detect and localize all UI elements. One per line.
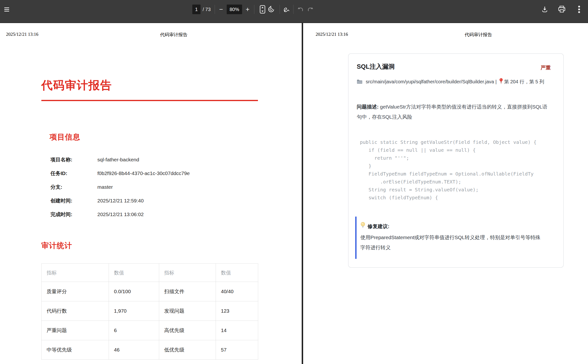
section-heading-project-info: 项目信息 — [49, 132, 80, 142]
audit-stats-table: 指标 数值 指标 数值 质量评分 0.0/100 扫描文件 40/40 代码行数… — [41, 263, 258, 360]
page-number-input[interactable] — [192, 5, 200, 14]
table-cell: 40/40 — [216, 282, 258, 301]
vulnerability-title: SQL注入漏洞 — [357, 62, 394, 71]
toolbar-divider — [280, 5, 280, 14]
fix-suggestion-block: 修复建议: 使用PreparedStatement或对字符串值进行SQL转义处理… — [355, 217, 548, 259]
menu-icon — [4, 7, 9, 12]
code-line: public static String getValueStr(Field f… — [360, 138, 561, 146]
page-header-title: 代码审计报告 — [465, 32, 492, 38]
table-cell: 1,970 — [109, 301, 159, 321]
info-row: 项目名称: sql-father-backend — [50, 153, 267, 166]
column-header: 指标 — [42, 264, 109, 282]
column-header: 数值 — [109, 264, 159, 282]
fit-page-icon — [259, 5, 266, 14]
table-header-row: 指标 数值 指标 数值 — [42, 264, 258, 282]
lightbulb-icon — [360, 222, 365, 231]
table-cell: 低优先级 — [159, 340, 216, 360]
page-header-date: 2025/12/21 13:16 — [316, 32, 348, 37]
table-cell: 质量评分 — [42, 282, 109, 301]
project-info-list: 项目名称: sql-father-backend 任务ID: f0b2f926-… — [50, 153, 267, 221]
issue-description: 问题描述: getValueStr方法对字符串类型的值没有进行适当的转义，直接拼… — [357, 102, 549, 122]
annotate-button[interactable] — [282, 5, 291, 14]
table-cell: 代码行数 — [42, 301, 109, 321]
section-heading-audit-stats: 审计统计 — [41, 240, 72, 251]
code-snippet: public static String getValueStr(Field f… — [360, 138, 561, 203]
table-cell: 123 — [216, 301, 258, 321]
code-line: String result = String.valueOf(value); — [360, 186, 561, 194]
report-title: 代码审计报告 — [41, 78, 112, 93]
table-cell: 46 — [109, 340, 159, 360]
info-value: master — [97, 184, 113, 190]
fit-page-button[interactable] — [258, 5, 267, 14]
code-line: FieldTypeEnum fieldTypeEnum = Optional.o… — [360, 170, 561, 178]
pin-icon — [497, 79, 504, 84]
column-header: 指标 — [159, 264, 216, 282]
info-row: 创建时间: 2025/12/21 12:59:40 — [50, 194, 267, 208]
table-row: 质量评分 0.0/100 扫描文件 40/40 — [42, 282, 258, 301]
issue-location: 第 204 行，第 5 列 — [504, 79, 544, 84]
code-line: if (field == null || value == null) { — [360, 146, 561, 154]
info-value: sql-father-backend — [97, 157, 139, 162]
info-row: 完成时间: 2025/12/21 13:06:02 — [50, 208, 267, 221]
info-label: 项目名称: — [50, 156, 97, 163]
zoom-level-box[interactable]: 80% — [227, 5, 242, 14]
info-row: 分支: master — [50, 180, 267, 194]
rotate-icon — [267, 6, 275, 13]
rotate-button[interactable] — [267, 5, 275, 14]
info-row: 任务ID: f0b2f926-8b44-4370-ac1c-30c07ddcc7… — [50, 166, 267, 180]
file-location-line: src/main/java/com/yupi/sqlfather/core/bu… — [357, 77, 564, 86]
print-button[interactable] — [557, 5, 566, 14]
download-icon — [541, 6, 548, 13]
menu-button[interactable] — [2, 5, 11, 14]
table-cell: 严重问题 — [42, 321, 109, 340]
info-label: 分支: — [50, 184, 97, 190]
code-line: return "''"; — [360, 154, 561, 162]
table-row: 中等优先级 46 低优先级 57 — [42, 340, 258, 360]
toolbar-divider — [254, 5, 254, 14]
description-text: getValueStr方法对字符串类型的值没有进行适当的转义，直接拼接到SQL语… — [357, 104, 547, 120]
zoom-out-button[interactable]: − — [217, 5, 226, 14]
table-cell: 6 — [109, 321, 159, 340]
table-cell: 扫描文件 — [159, 282, 216, 301]
fix-suggestion-header: 修复建议: — [360, 222, 548, 231]
toolbar-divider — [215, 5, 215, 14]
undo-button[interactable] — [296, 5, 305, 14]
print-icon — [558, 6, 566, 13]
table-cell: 中等优先级 — [42, 340, 109, 360]
pdf-toolbar: / 73 − 80% + — [0, 0, 588, 23]
table-cell: 0.0/100 — [109, 282, 159, 301]
title-rule — [41, 100, 258, 101]
info-value: 2025/12/21 12:59:40 — [97, 198, 144, 204]
download-button[interactable] — [540, 5, 549, 14]
file-path: src/main/java/com/yupi/sqlfather/core/bu… — [366, 79, 494, 84]
code-line: } — [360, 162, 561, 170]
fix-suggestion-text: 使用PreparedStatement或对字符串值进行SQL转义处理，特别是对单… — [360, 232, 544, 253]
table-row: 严重问题 6 高优先级 14 — [42, 321, 258, 340]
table-cell: 57 — [216, 340, 258, 360]
more-options-button[interactable] — [575, 5, 583, 14]
code-line: .orElse(FieldTypeEnum.TEXT); — [360, 178, 561, 186]
pdf-viewer: / 73 − 80% + — [0, 0, 588, 364]
info-value: f0b2f926-8b44-4370-ac1c-30c07ddcc79e — [97, 170, 190, 176]
table-cell: 高优先级 — [159, 321, 216, 340]
undo-icon — [297, 6, 304, 12]
info-value: 2025/12/21 13:06:02 — [97, 212, 144, 217]
info-label: 完成时间: — [50, 211, 97, 218]
code-line: switch (fieldTypeEnum) { — [360, 194, 561, 202]
folder-icon — [357, 79, 366, 84]
annotate-icon — [283, 6, 290, 13]
toolbar-divider — [293, 5, 294, 14]
severity-badge: 严重 — [541, 64, 551, 71]
redo-icon — [307, 6, 314, 12]
pdf-page-2: 2025/12/21 13:16 代码审计报告 SQL注入漏洞 严重 src/m… — [303, 23, 588, 364]
description-label: 问题描述: — [357, 104, 379, 110]
table-row: 代码行数 1,970 发现问题 123 — [42, 301, 258, 321]
pdf-page-1: 2025/12/21 13:16 代码审计报告 代码审计报告 项目信息 项目名称… — [0, 23, 302, 364]
column-header: 数值 — [216, 264, 258, 282]
fix-suggestion-label: 修复建议: — [368, 222, 389, 230]
redo-button[interactable] — [306, 5, 315, 14]
info-label: 任务ID: — [50, 170, 97, 177]
more-options-icon — [578, 6, 580, 13]
zoom-in-button[interactable]: + — [243, 5, 252, 14]
info-label: 创建时间: — [50, 197, 97, 204]
